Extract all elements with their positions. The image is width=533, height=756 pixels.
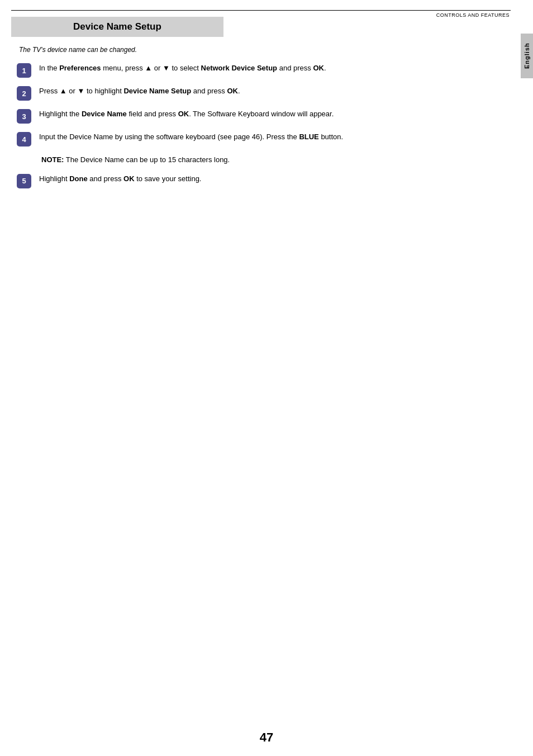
step-number-1: 1	[17, 63, 31, 78]
step-5: 5Highlight Done and press OK to save you…	[17, 173, 510, 188]
step-4: 4Input the Device Name by using the soft…	[17, 131, 510, 147]
step-content-2: Press ▲ or ▼ to highlight Device Name Se…	[39, 86, 510, 97]
steps-container: 1In the Preferences menu, press ▲ or ▼ t…	[11, 63, 510, 188]
page-title: Device Name Setup	[22, 21, 212, 32]
title-box: Device Name Setup	[11, 17, 223, 37]
step-content-4: Input the Device Name by using the softw…	[39, 131, 510, 143]
step-content-5: Highlight Done and press OK to save your…	[39, 173, 510, 185]
top-rule	[11, 10, 511, 11]
english-tab: English	[521, 34, 533, 78]
step-number-4: 4	[17, 132, 31, 147]
step-note-4: NOTE: The Device Name can be up to 15 ch…	[41, 154, 510, 166]
step-number-3: 3	[17, 109, 31, 124]
step-number-5: 5	[17, 174, 31, 188]
page-number: 47	[260, 730, 273, 745]
main-content: Device Name Setup The TV's device name c…	[11, 17, 510, 734]
step-2: 2Press ▲ or ▼ to highlight Device Name S…	[17, 86, 510, 101]
step-content-1: In the Preferences menu, press ▲ or ▼ to…	[39, 63, 510, 74]
step-number-2: 2	[17, 86, 31, 101]
intro-text: The TV's device name can be changed.	[19, 46, 510, 54]
step-content-3: Highlight the Device Name field and pres…	[39, 108, 510, 120]
step-1: 1In the Preferences menu, press ▲ or ▼ t…	[17, 63, 510, 78]
step-3: 3Highlight the Device Name field and pre…	[17, 108, 510, 124]
